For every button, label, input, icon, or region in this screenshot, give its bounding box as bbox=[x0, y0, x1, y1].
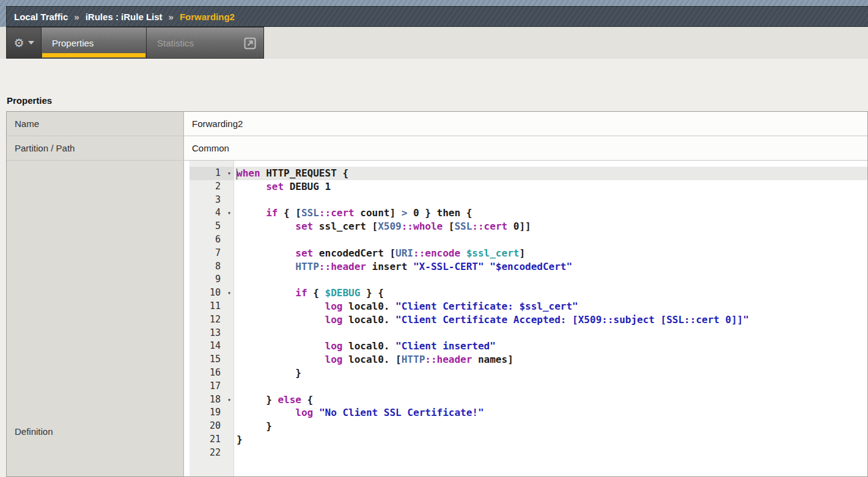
line-number[interactable]: 16 bbox=[189, 366, 234, 380]
tab-statistics[interactable]: Statistics bbox=[147, 27, 264, 59]
code-token: local0. bbox=[342, 300, 395, 312]
code-token: ::cert bbox=[319, 207, 355, 219]
code-token: names] bbox=[472, 354, 513, 365]
code-line[interactable]: log local0. "Client inserted" bbox=[235, 340, 867, 353]
editor-code[interactable]: when HTTP_REQUEST { set DEBUG 1 if { [SS… bbox=[235, 161, 867, 476]
code-line[interactable]: when HTTP_REQUEST { bbox=[235, 167, 867, 180]
definition-label-cell: Definition bbox=[7, 161, 184, 476]
line-number[interactable]: 15 bbox=[189, 353, 234, 366]
code-line[interactable]: log local0. "Client Certificate: $ssl_ce… bbox=[235, 300, 867, 313]
code-token: } bbox=[237, 367, 301, 379]
line-number[interactable]: 22 bbox=[189, 446, 234, 460]
code-token: log bbox=[325, 354, 343, 365]
code-line[interactable] bbox=[235, 327, 867, 340]
code-line[interactable]: if { $DEBUG } { bbox=[235, 286, 867, 300]
code-token: ::whole bbox=[402, 220, 443, 232]
code-line[interactable]: } else { bbox=[235, 393, 867, 407]
name-label: Name bbox=[7, 112, 184, 136]
fold-arrow-icon[interactable]: ▾ bbox=[227, 393, 231, 407]
code-line[interactable] bbox=[235, 233, 867, 247]
code-line[interactable]: set DEBUG 1 bbox=[235, 180, 867, 194]
code-line[interactable]: } bbox=[235, 366, 867, 380]
code-line[interactable]: log local0. [HTTP::header names] bbox=[235, 353, 867, 366]
line-number[interactable]: 20 bbox=[189, 420, 234, 433]
breadcrumb-item-local-traffic[interactable]: Local Traffic bbox=[14, 12, 68, 22]
breadcrumb: Local Traffic » iRules : iRule List » Fo… bbox=[6, 6, 868, 27]
line-number[interactable]: 21 bbox=[189, 433, 234, 446]
code-token: "$encodedCert" bbox=[490, 261, 572, 272]
code-token: ::header bbox=[425, 354, 472, 365]
line-number[interactable]: 14 bbox=[189, 340, 234, 353]
breadcrumb-separator-icon: » bbox=[169, 12, 174, 22]
code-token: $DEBUG bbox=[325, 287, 361, 299]
line-number[interactable]: 2 bbox=[189, 180, 234, 194]
line-number[interactable]: 8 bbox=[189, 260, 234, 274]
code-token: count] bbox=[355, 207, 402, 219]
code-token: log bbox=[325, 314, 343, 326]
line-number[interactable]: 6 bbox=[189, 233, 234, 247]
code-token bbox=[237, 340, 325, 352]
options-menu-button[interactable]: ⚙ bbox=[6, 27, 42, 59]
code-line[interactable]: } bbox=[235, 420, 867, 433]
line-number[interactable]: 7 bbox=[189, 247, 234, 260]
code-token: log bbox=[325, 340, 343, 352]
code-token: set bbox=[295, 247, 313, 259]
code-token: ] bbox=[519, 247, 525, 259]
code-line[interactable] bbox=[235, 194, 867, 207]
code-token: "Client Certificate: $ssl_cert" bbox=[395, 300, 578, 312]
breadcrumb-item-irule-list[interactable]: iRules : iRule List bbox=[86, 12, 163, 22]
line-number[interactable]: 13 bbox=[189, 327, 234, 340]
code-token: [ bbox=[443, 220, 454, 232]
code-token bbox=[237, 220, 295, 232]
tab-statistics-label: Statistics bbox=[157, 38, 194, 48]
code-token bbox=[313, 407, 319, 418]
code-token: } bbox=[237, 434, 243, 445]
tab-properties[interactable]: Properties bbox=[42, 27, 147, 59]
fold-arrow-icon[interactable]: ▾ bbox=[227, 167, 231, 180]
name-value: Forwarding2 bbox=[184, 112, 867, 136]
code-token: local0. bbox=[342, 314, 395, 326]
definition-label: Definition bbox=[15, 426, 53, 437]
line-number[interactable]: 19 bbox=[189, 406, 234, 420]
code-token: DEBUG 1 bbox=[284, 181, 331, 192]
code-token: X509 bbox=[378, 220, 402, 232]
code-token: } bbox=[237, 420, 272, 432]
line-number[interactable]: 3 bbox=[189, 194, 234, 207]
code-line[interactable]: set encodedCert [URI::encode $ssl_cert] bbox=[235, 247, 867, 260]
code-line[interactable]: log local0. "Client Certificate Accepted… bbox=[235, 313, 867, 327]
code-token: HTTP bbox=[295, 261, 319, 272]
table-row-definition: Definition 1▾234▾5678910▾111213141516171… bbox=[7, 161, 867, 476]
code-line[interactable]: log "No Client SSL Certificate!" bbox=[235, 406, 867, 420]
fold-arrow-icon[interactable]: ▾ bbox=[227, 286, 231, 300]
gear-icon: ⚙ bbox=[13, 37, 24, 49]
code-line[interactable]: HTTP::header insert "X-SSL-CERT" "$encod… bbox=[235, 260, 867, 274]
line-number[interactable]: 17 bbox=[189, 380, 234, 393]
code-editor[interactable]: 1▾234▾5678910▾1112131415161718▾19202122 … bbox=[184, 161, 867, 476]
line-number[interactable]: 4▾ bbox=[189, 206, 234, 220]
editor-gutter: 1▾234▾5678910▾1112131415161718▾19202122 bbox=[189, 161, 234, 476]
line-number[interactable]: 11 bbox=[189, 300, 234, 313]
code-token: if bbox=[295, 287, 307, 299]
code-token: SSL bbox=[301, 207, 319, 219]
line-number[interactable]: 9 bbox=[189, 273, 234, 286]
line-number[interactable]: 1▾ bbox=[189, 167, 234, 180]
fold-arrow-icon[interactable]: ▾ bbox=[227, 206, 231, 220]
line-number[interactable]: 5 bbox=[189, 220, 234, 233]
code-line[interactable] bbox=[235, 380, 867, 393]
code-token: > bbox=[402, 207, 408, 219]
code-token: { bbox=[301, 394, 313, 406]
code-line[interactable]: if { [SSL::cert count] > 0 } then { bbox=[235, 206, 867, 220]
code-line[interactable]: set ssl_cert [X509::whole [SSL::cert 0]] bbox=[235, 220, 867, 233]
code-line[interactable] bbox=[235, 273, 867, 286]
code-line[interactable]: } bbox=[235, 433, 867, 446]
line-number[interactable]: 18▾ bbox=[189, 393, 234, 407]
line-number[interactable]: 12 bbox=[189, 313, 234, 327]
code-token bbox=[237, 287, 295, 299]
line-number[interactable]: 10▾ bbox=[189, 286, 234, 300]
code-token bbox=[237, 247, 295, 259]
code-token: SSL bbox=[454, 220, 472, 232]
code-line[interactable] bbox=[235, 446, 867, 460]
code-token: "Client inserted" bbox=[395, 340, 496, 352]
code-token: "No Client SSL Certificate!" bbox=[319, 407, 484, 418]
section-title: Properties bbox=[7, 95, 52, 106]
